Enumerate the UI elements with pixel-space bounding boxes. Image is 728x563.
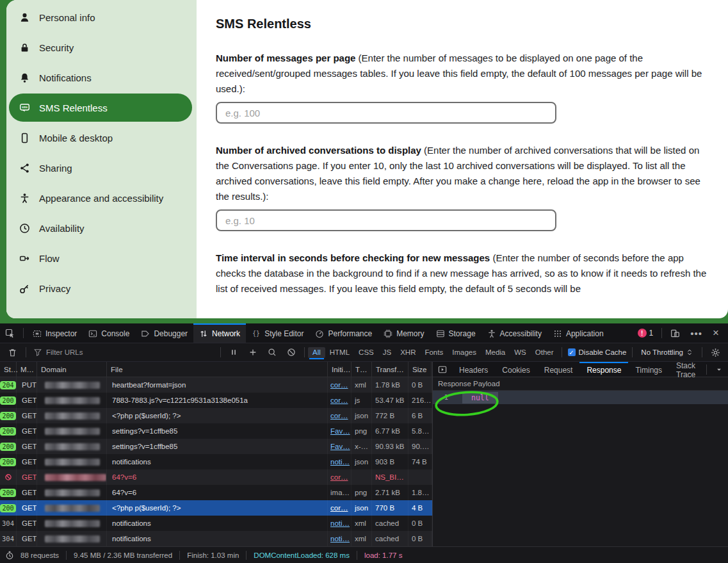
devtools-tab-style-editor[interactable]: {}Style Editor bbox=[246, 323, 309, 343]
network-request-row[interactable]: 200GET<?php p($userId); ?>cor…json772 B6… bbox=[0, 408, 432, 423]
type-filter-html[interactable]: HTML bbox=[325, 347, 354, 358]
sidebar-item-notifications[interactable]: Notifications bbox=[6, 63, 197, 93]
initiator-link[interactable]: noti… bbox=[330, 458, 350, 466]
devtools-tab-accessibility[interactable]: Accessibility bbox=[481, 323, 547, 343]
response-code-line[interactable]: 1 null bbox=[433, 391, 728, 404]
type-filter-xhr[interactable]: XHR bbox=[396, 347, 420, 358]
column-header-st[interactable]: St… bbox=[0, 362, 17, 377]
devtools-tab-network[interactable]: Network bbox=[193, 323, 246, 343]
detail-tab-headers[interactable]: Headers bbox=[452, 362, 495, 377]
filterbar-separator bbox=[632, 347, 633, 357]
devtools-tab-inspector[interactable]: Inspector bbox=[27, 323, 83, 343]
file-cell: <?php p($userId); ?> bbox=[107, 408, 328, 423]
devtools-tab-debugger[interactable]: Debugger bbox=[135, 323, 193, 343]
network-request-row[interactable]: 304GETnotificationsnoti…xmlcached0 B bbox=[0, 516, 432, 531]
transferred-cell: 772 B bbox=[372, 408, 408, 423]
initiator-link[interactable]: Fav… bbox=[330, 427, 350, 435]
response-payload-header[interactable]: Response Payload bbox=[433, 377, 728, 391]
column-header-size[interactable]: Size bbox=[408, 362, 432, 377]
domain-cell bbox=[37, 485, 107, 500]
network-request-row[interactable]: 200GET<?php p($userId); ?>cor…json770 B4… bbox=[0, 500, 432, 516]
network-request-row[interactable]: GET64?v=6cor…NS_BI… bbox=[0, 469, 432, 485]
disable-cache-toggle[interactable]: ✓ Disable Cache bbox=[565, 348, 629, 356]
collapse-detail-panel-button[interactable] bbox=[433, 362, 452, 377]
request-rows: 204PUTheartbeat?format=jsoncor…xml1.78 k… bbox=[0, 377, 432, 546]
detail-tab-stack-trace[interactable]: Stack Trace bbox=[669, 362, 703, 377]
initiator-link[interactable]: cor… bbox=[330, 412, 348, 420]
all-tabs-caret-button[interactable] bbox=[710, 362, 728, 377]
column-header-transf[interactable]: Transf… bbox=[372, 362, 408, 377]
type-filter-ws[interactable]: WS bbox=[510, 347, 531, 358]
detail-tab-cookies[interactable]: Cookies bbox=[495, 362, 537, 377]
network-request-row[interactable]: 200GET64?v=6ima…png2.71 kB1.8… bbox=[0, 485, 432, 500]
timing-stopwatch-icon[interactable] bbox=[5, 551, 14, 560]
status-badge: 200 bbox=[0, 412, 15, 420]
type-filter-all[interactable]: All bbox=[308, 347, 325, 358]
error-badge-icon[interactable]: ! bbox=[638, 329, 647, 338]
meatball-menu-button[interactable]: ••• bbox=[685, 328, 708, 339]
devtools-tab-application[interactable]: Application bbox=[547, 323, 610, 343]
devtools-tab-console[interactable]: Console bbox=[83, 323, 135, 343]
add-url-button[interactable] bbox=[243, 348, 263, 357]
close-devtools-button[interactable]: × bbox=[708, 327, 724, 339]
network-request-row[interactable]: 200GET7883-7883.js?v=c1221c9531a3138e051… bbox=[0, 393, 432, 408]
column-header-m[interactable]: M… bbox=[17, 362, 37, 377]
application-icon bbox=[553, 329, 562, 338]
network-request-row[interactable]: 200GETnotificationsnoti…json903 B74 B bbox=[0, 454, 432, 469]
sidebar-item-mobile-desktop[interactable]: Mobile & desktop bbox=[6, 123, 197, 153]
sidebar-item-personal-info[interactable]: Personal info bbox=[6, 3, 197, 33]
pick-element-button[interactable] bbox=[0, 323, 20, 343]
sidebar-item-appearance-and-accessibility[interactable]: Appearance and accessibility bbox=[6, 183, 197, 213]
type-filter-js[interactable]: JS bbox=[378, 347, 396, 358]
detail-tab-timings[interactable]: Timings bbox=[628, 362, 669, 377]
initiator-link[interactable]: cor… bbox=[330, 396, 348, 404]
dom-content-loaded-time: DOMContentLoaded: 628 ms bbox=[254, 551, 350, 559]
pause-icon bbox=[229, 348, 238, 357]
network-request-row[interactable]: 200GETsettings?v=1cffbe85Fav…png6.77 kB5… bbox=[0, 423, 432, 439]
devtools-tab-performance[interactable]: Performance bbox=[309, 323, 378, 343]
sidebar-item-flow[interactable]: Flow bbox=[6, 243, 197, 273]
initiator-link[interactable]: noti… bbox=[330, 535, 350, 543]
detail-tab-request[interactable]: Request bbox=[537, 362, 580, 377]
responsive-design-mode-button[interactable] bbox=[665, 329, 685, 338]
devtools-panel: InspectorConsoleDebuggerNetwork{}Style E… bbox=[0, 323, 728, 563]
network-request-row[interactable]: 200GETsettings?v=1cffbe85Fav…x-…90.93 kB… bbox=[0, 439, 432, 454]
type-filter-images[interactable]: Images bbox=[448, 347, 481, 358]
sidebar-item-security[interactable]: Security bbox=[6, 33, 197, 63]
sidebar-item-sms-relentless[interactable]: smsSMS Relentless bbox=[9, 94, 192, 122]
sidebar-item-availability[interactable]: Availability bbox=[6, 213, 197, 243]
pause-traffic-button[interactable] bbox=[224, 348, 243, 357]
column-header-t[interactable]: T… bbox=[352, 362, 372, 377]
size-cell: 0 B bbox=[408, 516, 432, 531]
column-header-file[interactable]: File bbox=[107, 362, 328, 377]
type-filter-fonts[interactable]: Fonts bbox=[420, 347, 448, 358]
block-requests-button[interactable] bbox=[282, 348, 301, 357]
archived-conversations-input[interactable] bbox=[216, 209, 556, 231]
messages-per-page-input[interactable] bbox=[216, 102, 556, 124]
transferred-cell: 53.47 kB bbox=[372, 393, 408, 408]
type-filter-other[interactable]: Other bbox=[531, 347, 558, 358]
network-request-row[interactable]: 204PUTheartbeat?format=jsoncor…xml1.78 k… bbox=[0, 377, 432, 393]
type-filter-media[interactable]: Media bbox=[481, 347, 510, 358]
filter-urls-input[interactable] bbox=[46, 348, 217, 356]
initiator-link[interactable]: Fav… bbox=[330, 443, 350, 450]
type-filter-css[interactable]: CSS bbox=[354, 347, 378, 358]
devtools-tab-memory[interactable]: Memory bbox=[378, 323, 430, 343]
clear-requests-button[interactable] bbox=[3, 348, 22, 357]
initiator-link[interactable]: cor… bbox=[330, 381, 348, 389]
column-header-domain[interactable]: Domain bbox=[37, 362, 107, 377]
search-button[interactable] bbox=[263, 348, 282, 357]
redacted-domain bbox=[45, 397, 100, 404]
sidebar-item-privacy[interactable]: Privacy bbox=[6, 273, 197, 304]
filterbar-separator bbox=[304, 347, 305, 357]
detail-tab-response[interactable]: Response bbox=[579, 362, 628, 377]
initiator-link[interactable]: noti… bbox=[330, 519, 350, 527]
devtools-tab-storage[interactable]: Storage bbox=[430, 323, 481, 343]
network-request-row[interactable]: 304GETnotificationsnoti…xmlcached0 B bbox=[0, 531, 432, 546]
initiator-link[interactable]: cor… bbox=[330, 473, 348, 481]
column-header-initi[interactable]: Initi… bbox=[328, 362, 352, 377]
initiator-link[interactable]: cor… bbox=[330, 504, 348, 512]
sidebar-item-sharing[interactable]: Sharing bbox=[6, 153, 197, 183]
network-settings-gear-button[interactable] bbox=[706, 348, 725, 357]
throttling-select[interactable]: No Throttling bbox=[636, 348, 699, 356]
